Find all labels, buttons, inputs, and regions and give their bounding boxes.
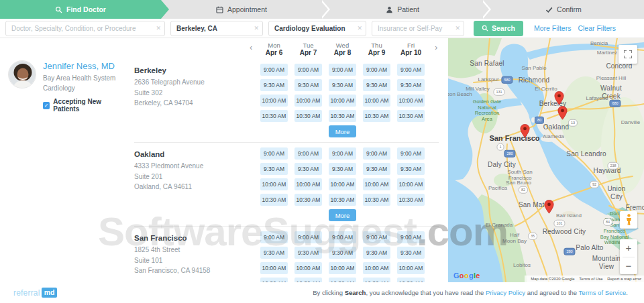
time-slot-button[interactable]: 10:30 AM (294, 194, 322, 206)
privacy-policy-link[interactable]: Privacy Policy (486, 289, 525, 296)
step-appointment[interactable]: Appointment (161, 0, 322, 19)
time-slot-button[interactable]: 10:30 AM (329, 278, 356, 282)
time-slot-button[interactable]: 10:00 AM (397, 262, 425, 274)
map-pin-icon[interactable] (557, 106, 568, 120)
time-slot-button[interactable]: 10:00 AM (329, 262, 356, 274)
time-slot-button[interactable]: 10:30 AM (363, 110, 390, 122)
time-slot-button[interactable]: 10:00 AM (260, 95, 288, 107)
time-slot-button[interactable]: 10:30 AM (397, 278, 425, 282)
terms-of-service-link[interactable]: Terms of Service (579, 289, 627, 296)
time-slot-button[interactable]: 9:00 AM (294, 147, 322, 160)
map-pin-icon[interactable] (520, 124, 530, 138)
time-slot-button[interactable]: 10:30 AM (260, 278, 288, 282)
time-slot-button[interactable]: 9:30 AM (260, 247, 288, 259)
report-map-error-link[interactable]: Report a map error (607, 277, 641, 281)
time-slot-button[interactable]: 9:30 AM (363, 79, 390, 91)
time-slot-button[interactable]: 10:30 AM (363, 278, 390, 282)
time-slot-button[interactable]: 9:30 AM (260, 163, 288, 175)
time-slot-button[interactable]: 9:00 AM (294, 64, 322, 76)
time-slot-button[interactable]: 9:00 AM (397, 147, 425, 160)
time-slot-button[interactable]: 9:00 AM (363, 231, 390, 243)
clear-icon[interactable]: ✕ (156, 25, 161, 32)
procedure-input[interactable] (268, 21, 366, 36)
street-view-pegman-button[interactable] (620, 211, 637, 229)
step-confirm[interactable]: Confirm (483, 0, 644, 19)
time-slot-button[interactable]: 10:30 AM (397, 110, 425, 122)
zoom-out-button[interactable]: − (620, 257, 637, 275)
time-slot-button[interactable]: 9:30 AM (363, 247, 390, 259)
map-label: Benicia (590, 40, 608, 46)
time-slot-button[interactable]: 10:00 AM (329, 95, 356, 107)
accepting-new-patients-checkbox[interactable]: ✓ (43, 102, 50, 109)
time-slot-button[interactable]: 9:30 AM (294, 163, 322, 175)
google-logo[interactable]: Google (453, 271, 480, 280)
time-slot-button[interactable]: 10:30 AM (294, 278, 322, 282)
time-slot-button[interactable]: 9:30 AM (397, 79, 425, 91)
location-input[interactable] (170, 21, 263, 36)
terms-of-use-link[interactable]: Terms of Use (579, 277, 602, 281)
time-slot-button[interactable]: 9:00 AM (397, 231, 425, 243)
time-slot-button[interactable]: 9:30 AM (260, 79, 288, 91)
time-slot-button[interactable]: 9:30 AM (397, 163, 425, 175)
time-slot-button[interactable]: 9:30 AM (363, 163, 390, 175)
time-slot-button[interactable]: 9:00 AM (397, 64, 425, 76)
time-slot-button[interactable]: 10:00 AM (397, 178, 425, 190)
time-slot-button[interactable]: 9:30 AM (294, 79, 322, 91)
time-slot-button[interactable]: 9:30 AM (397, 247, 425, 259)
time-slot-button[interactable]: 10:00 AM (363, 95, 390, 107)
more-filters-link[interactable]: More Filters (534, 24, 571, 32)
doctor-name[interactable]: Jennifer Ness, MD (43, 61, 125, 71)
clear-icon[interactable]: ✕ (357, 25, 362, 32)
time-slot-button[interactable]: 10:30 AM (397, 194, 425, 206)
time-slot-button[interactable]: 9:00 AM (363, 64, 390, 76)
time-slot-button[interactable]: 10:00 AM (363, 262, 390, 274)
time-slot-button[interactable]: 10:00 AM (294, 95, 322, 107)
time-slot-button[interactable]: 10:30 AM (329, 194, 356, 206)
map-pin-icon[interactable] (544, 200, 554, 214)
clear-icon[interactable]: ✕ (455, 25, 460, 32)
time-slot-button[interactable]: 9:30 AM (294, 247, 322, 259)
time-slot-button[interactable]: 9:00 AM (363, 147, 390, 160)
time-slot-button[interactable]: 10:30 AM (363, 194, 390, 206)
time-slot-button[interactable]: 10:30 AM (294, 110, 322, 122)
search-button[interactable]: Search (474, 21, 523, 36)
time-slot-button[interactable]: 9:00 AM (260, 147, 288, 160)
clear-icon[interactable]: ✕ (254, 25, 259, 32)
time-slot-button[interactable]: 9:00 AM (260, 231, 288, 243)
time-slot-button[interactable]: 9:00 AM (294, 231, 322, 243)
time-slot-button[interactable]: 10:00 AM (260, 262, 288, 274)
map-panel[interactable]: BeniciaMartinezSan RafaelSan PabloConcor… (448, 38, 644, 282)
prev-week-button[interactable]: ‹ (250, 43, 252, 52)
next-week-button[interactable]: › (435, 43, 437, 52)
referralmd-logo[interactable]: referral md (13, 288, 57, 298)
map-pin-icon[interactable] (554, 91, 564, 105)
more-times-button[interactable]: More (329, 125, 356, 137)
time-slot-button[interactable]: 9:30 AM (329, 163, 356, 175)
step-patient[interactable]: Patient (322, 0, 483, 19)
time-slot-button[interactable]: 9:00 AM (329, 231, 356, 243)
clear-filters-link[interactable]: Clear Filters (578, 24, 616, 32)
time-slot-button[interactable]: 10:00 AM (329, 178, 356, 190)
zoom-in-button[interactable]: + (620, 239, 637, 257)
map-label: San Rafael (470, 60, 504, 68)
time-slot-button[interactable]: 9:00 AM (260, 64, 288, 76)
time-slot-button[interactable]: 10:00 AM (294, 178, 322, 190)
time-slot-button[interactable]: 10:00 AM (363, 178, 390, 190)
insurance-input[interactable] (372, 21, 464, 36)
google-logo-letter: e (476, 271, 480, 280)
time-slot-button[interactable]: 10:00 AM (294, 262, 322, 274)
time-slot-button[interactable]: 9:30 AM (329, 247, 356, 259)
time-slot-button[interactable]: 9:00 AM (329, 64, 356, 76)
step-find-doctor[interactable]: Find Doctor (0, 0, 161, 19)
more-times-button[interactable]: More (329, 209, 356, 221)
map-label: Pleasant Hill (596, 75, 626, 81)
time-slot-button[interactable]: 10:30 AM (260, 194, 288, 206)
time-slot-button[interactable]: 9:30 AM (329, 79, 356, 91)
time-slot-button[interactable]: 10:00 AM (260, 178, 288, 190)
time-slot-button[interactable]: 10:30 AM (329, 110, 356, 122)
time-slot-button[interactable]: 10:00 AM (397, 95, 425, 107)
specialty-input[interactable] (5, 21, 165, 36)
time-slot-button[interactable]: 10:30 AM (260, 110, 288, 122)
fullscreen-button[interactable] (619, 45, 637, 64)
time-slot-button[interactable]: 9:00 AM (329, 147, 356, 160)
